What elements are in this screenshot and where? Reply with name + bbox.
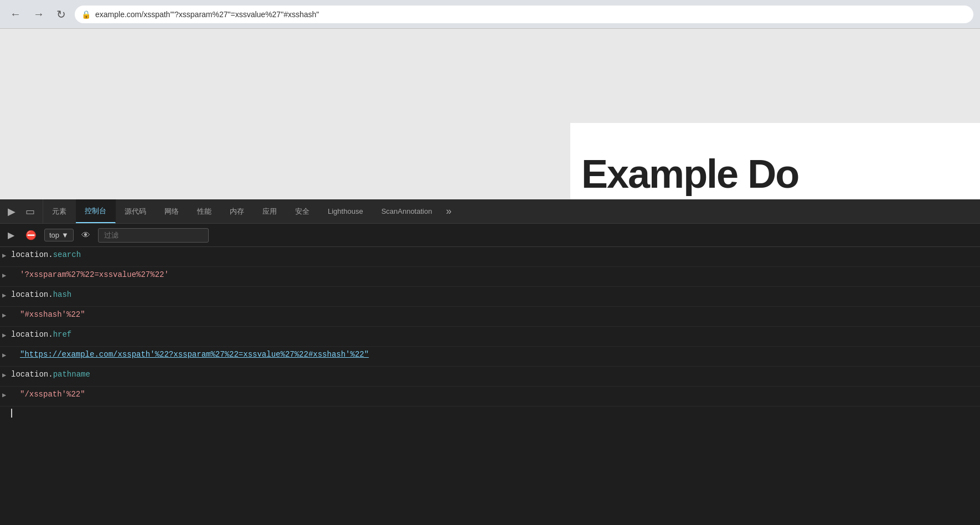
expand-arrow-4[interactable]: ▶ bbox=[2, 311, 6, 320]
console-text-7a: location. bbox=[11, 370, 53, 379]
console-text-2: '?xssparam%27%22=xssvalue%27%22' bbox=[20, 270, 169, 279]
tab-security[interactable]: 安全 bbox=[286, 199, 319, 223]
block-requests-button[interactable]: ⛔ bbox=[22, 228, 40, 243]
console-row-href-value: ▶ "https://example.com/xsspath'%22?xsspa… bbox=[0, 347, 980, 367]
back-button[interactable]: ← bbox=[7, 6, 24, 23]
devtools-panel: ▶ ▭ 元素 控制台 源代码 网络 性能 内存 应用 安全 Lighthouse bbox=[0, 199, 980, 525]
tab-memory[interactable]: 内存 bbox=[221, 199, 254, 223]
devtools-tab-bar: ▶ ▭ 元素 控制台 源代码 网络 性能 内存 应用 安全 Lighthouse bbox=[0, 199, 980, 224]
console-row-location-hash: ▶ location.hash bbox=[0, 287, 980, 307]
reload-button[interactable]: ↻ bbox=[53, 6, 69, 23]
console-text-5b: href bbox=[53, 330, 72, 339]
expand-arrow-6[interactable]: ▶ bbox=[2, 351, 6, 359]
page-content: Example Do bbox=[0, 29, 980, 199]
device-toggle-button[interactable]: ▭ bbox=[22, 203, 38, 220]
console-text-6: "https://example.com/xsspath'%22?xsspara… bbox=[20, 350, 369, 359]
tab-network[interactable]: 网络 bbox=[156, 199, 188, 223]
filter-input[interactable] bbox=[98, 228, 209, 243]
lock-icon: 🔒 bbox=[81, 10, 91, 19]
console-row-pathname-value: ▶ "/xsspath'%22" bbox=[0, 387, 980, 406]
url-text: example.com/xsspath'"?xssparam%27"=xssva… bbox=[95, 10, 319, 19]
expand-arrow-8[interactable]: ▶ bbox=[2, 391, 6, 399]
expand-arrow-1[interactable]: ▶ bbox=[2, 251, 6, 260]
page-card: Example Do bbox=[570, 123, 980, 199]
console-toolbar: ▶ ⛔ top ▼ 👁 bbox=[0, 224, 980, 247]
tab-scan-annotation[interactable]: ScanAnnotation bbox=[373, 199, 442, 223]
console-row-search-value: ▶ '?xssparam%27%22=xssvalue%27%22' bbox=[0, 267, 980, 287]
tab-lighthouse[interactable]: Lighthouse bbox=[319, 199, 373, 223]
inspect-element-button[interactable]: ▶ bbox=[4, 203, 19, 220]
console-row-location-search: ▶ location.search bbox=[0, 247, 980, 267]
console-row-hash-value: ▶ "#xsshash'%22" bbox=[0, 307, 980, 327]
tab-application[interactable]: 应用 bbox=[254, 199, 286, 223]
expand-arrow-3[interactable]: ▶ bbox=[2, 291, 6, 300]
console-text-3b: hash bbox=[53, 290, 72, 299]
console-output: ▶ location.search ▶ '?xssparam%27%22=xss… bbox=[0, 247, 980, 525]
tab-performance[interactable]: 性能 bbox=[188, 199, 221, 223]
forward-button[interactable]: → bbox=[30, 6, 48, 23]
expand-arrow-7[interactable]: ▶ bbox=[2, 371, 6, 379]
console-text-1a: location. bbox=[11, 250, 53, 259]
address-bar[interactable]: 🔒 example.com/xsspath'"?xssparam%27"=xss… bbox=[75, 6, 973, 23]
more-tabs-button[interactable]: » bbox=[441, 205, 456, 217]
tab-elements[interactable]: 元素 bbox=[43, 199, 76, 223]
console-text-3a: location. bbox=[11, 290, 53, 299]
devtools-icon-group: ▶ ▭ bbox=[0, 199, 43, 223]
console-cursor-line bbox=[0, 406, 980, 420]
eye-button[interactable]: 👁 bbox=[78, 228, 94, 243]
console-row-location-href: ▶ location.href bbox=[0, 327, 980, 347]
console-text-8: "/xsspath'%22" bbox=[20, 390, 85, 399]
expand-arrow-2[interactable]: ▶ bbox=[2, 271, 6, 280]
console-text-1b: search bbox=[53, 250, 81, 259]
context-selector[interactable]: top ▼ bbox=[44, 229, 74, 241]
console-text-4: "#xsshash'%22" bbox=[20, 310, 85, 319]
card-heading: Example Do bbox=[581, 154, 798, 194]
console-text-5a: location. bbox=[11, 330, 53, 339]
tab-console[interactable]: 控制台 bbox=[76, 199, 116, 223]
console-row-location-pathname: ▶ location.pathname bbox=[0, 367, 980, 387]
console-text-7b: pathname bbox=[53, 370, 90, 379]
expand-arrow-5[interactable]: ▶ bbox=[2, 331, 6, 339]
context-label: top bbox=[49, 231, 59, 239]
tab-sources[interactable]: 源代码 bbox=[116, 199, 156, 223]
context-dropdown-arrow: ▼ bbox=[61, 231, 69, 239]
clear-console-button[interactable]: ▶ bbox=[4, 228, 18, 243]
cursor-blink bbox=[11, 409, 12, 418]
browser-chrome: ← → ↻ 🔒 example.com/xsspath'"?xssparam%2… bbox=[0, 0, 980, 29]
